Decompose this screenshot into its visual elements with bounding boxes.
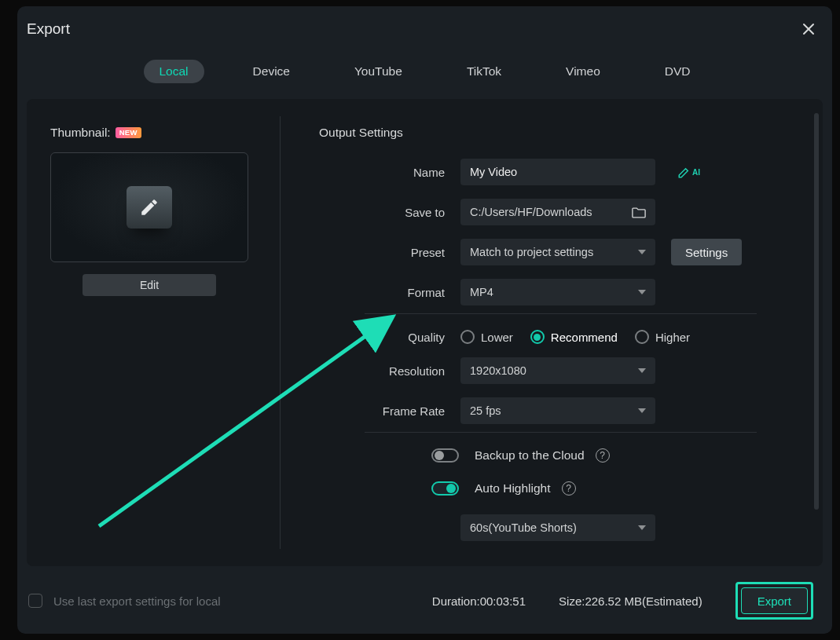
- export-button-highlight: Export: [735, 582, 813, 620]
- help-icon[interactable]: ?: [596, 448, 610, 463]
- name-field[interactable]: [470, 166, 646, 178]
- saveto-label: Save to: [319, 206, 460, 219]
- framerate-value: 25 fps: [470, 404, 501, 417]
- chevron-down-icon: [638, 408, 646, 413]
- output-settings-panel: Output Settings Name AI Save to C:/Users…: [280, 99, 823, 566]
- name-input[interactable]: [460, 159, 655, 185]
- quality-label: Quality: [319, 331, 460, 344]
- tab-device[interactable]: Device: [237, 60, 306, 83]
- preset-select[interactable]: Match to project settings: [460, 239, 655, 265]
- quality-radio-group: Lower Recommend Higher: [460, 330, 690, 344]
- edit-thumbnail-button[interactable]: Edit: [83, 274, 216, 296]
- resolution-select[interactable]: 1920x1080: [460, 357, 655, 384]
- tab-youtube[interactable]: YouTube: [339, 60, 418, 83]
- chevron-down-icon: [638, 290, 646, 294]
- quality-recommend-radio[interactable]: Recommend: [530, 330, 618, 344]
- saveto-value: C:/Users/HF/Downloads: [470, 206, 592, 218]
- quality-lower-radio[interactable]: Lower: [460, 330, 513, 344]
- divider: [365, 432, 757, 433]
- dialog-header: Export: [17, 6, 832, 39]
- format-select[interactable]: MP4: [460, 279, 655, 305]
- saveto-input[interactable]: C:/Users/HF/Downloads: [460, 199, 655, 225]
- output-settings-title: Output Settings: [319, 126, 780, 140]
- divider: [365, 313, 757, 314]
- dialog-footer: Use last export settings for local Durat…: [17, 574, 832, 634]
- use-last-settings-checkbox[interactable]: [28, 594, 42, 608]
- export-button[interactable]: Export: [741, 587, 808, 614]
- ai-rename-button[interactable]: AI: [677, 165, 700, 179]
- close-icon: [802, 23, 815, 35]
- main-panel: Thumbnail: NEW Edit Output Settings Name…: [27, 99, 823, 566]
- export-dialog: Export Local Device YouTube TikTok Vimeo…: [17, 6, 832, 634]
- chevron-down-icon: [638, 525, 646, 530]
- export-tabs: Local Device YouTube TikTok Vimeo DVD: [17, 39, 832, 94]
- preset-value: Match to project settings: [470, 246, 593, 258]
- dialog-title: Export: [27, 20, 70, 38]
- name-label: Name: [319, 166, 460, 179]
- new-badge: NEW: [116, 127, 141, 138]
- format-label: Format: [319, 286, 460, 299]
- backup-cloud-toggle[interactable]: [431, 448, 459, 463]
- quality-higher-radio[interactable]: Higher: [635, 330, 690, 344]
- auto-highlight-label: Auto Highlight: [475, 481, 551, 496]
- highlight-preset-select[interactable]: 60s(YouTube Shorts): [460, 514, 655, 541]
- highlight-preset-value: 60s(YouTube Shorts): [470, 521, 577, 534]
- resolution-label: Resolution: [319, 364, 460, 378]
- thumbnail-panel: Thumbnail: NEW Edit: [27, 99, 280, 566]
- framerate-label: Frame Rate: [319, 404, 460, 418]
- duration-info: Duration:00:03:51: [432, 594, 526, 608]
- help-icon[interactable]: ?: [562, 481, 576, 496]
- tab-dvd[interactable]: DVD: [649, 60, 706, 83]
- resolution-value: 1920x1080: [470, 364, 526, 377]
- chevron-down-icon: [638, 368, 646, 373]
- size-info: Size:226.52 MB(Estimated): [559, 594, 702, 608]
- preset-label: Preset: [319, 246, 460, 259]
- preset-settings-button[interactable]: Settings: [671, 239, 742, 265]
- thumbnail-preview[interactable]: [50, 152, 248, 262]
- tab-vimeo[interactable]: Vimeo: [550, 60, 616, 83]
- auto-highlight-toggle[interactable]: [431, 481, 459, 496]
- framerate-select[interactable]: 25 fps: [460, 397, 655, 424]
- close-button[interactable]: [801, 21, 816, 37]
- thumbnail-label: Thumbnail:: [50, 126, 111, 140]
- chevron-down-icon: [638, 250, 646, 254]
- pencil-ai-icon: [677, 165, 691, 179]
- format-value: MP4: [470, 286, 493, 298]
- edit-thumb-icon: [127, 186, 172, 229]
- folder-icon[interactable]: [632, 207, 646, 218]
- use-last-settings-label: Use last export settings for local: [53, 594, 221, 608]
- tab-local[interactable]: Local: [144, 60, 204, 83]
- tab-tiktok[interactable]: TikTok: [451, 60, 517, 83]
- scrollbar[interactable]: [814, 113, 819, 510]
- backup-cloud-label: Backup to the Cloud: [475, 448, 585, 463]
